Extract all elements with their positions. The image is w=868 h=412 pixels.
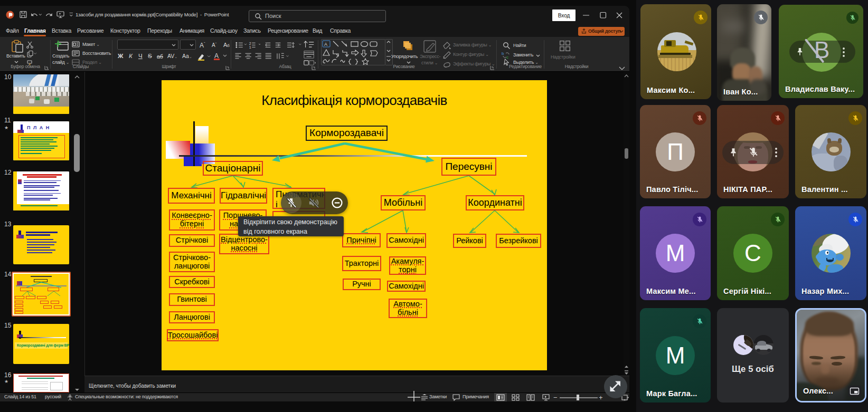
svg-text:А: А [324,42,327,47]
svg-text:b: b [502,51,504,56]
svg-text:2: 2 [249,42,251,46]
